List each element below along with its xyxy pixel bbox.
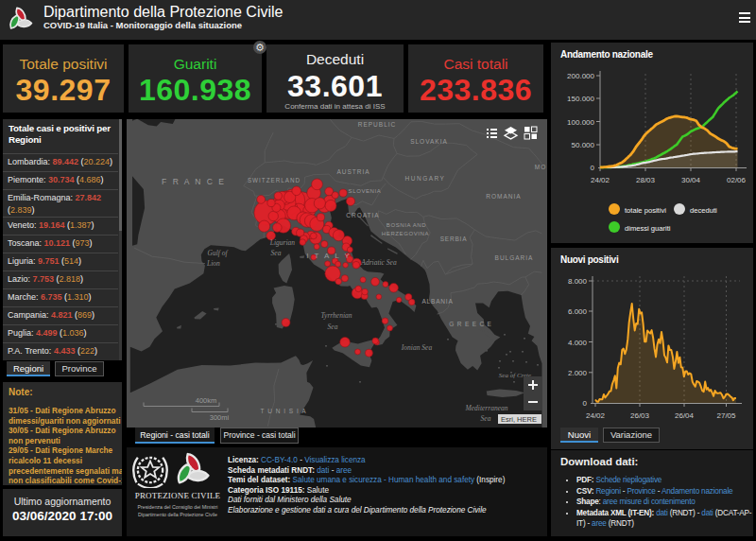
svg-text:Adriatic Sea: Adriatic Sea xyxy=(360,258,397,267)
svg-text:28/03: 28/03 xyxy=(636,176,656,184)
svg-text:Ligurian: Ligurian xyxy=(269,238,296,247)
svg-text:300mi: 300mi xyxy=(210,413,230,422)
svg-text:deceduti: deceduti xyxy=(690,206,717,215)
svg-text:ALBANIA: ALBANIA xyxy=(421,298,453,305)
svg-text:2.000: 2.000 xyxy=(568,369,588,377)
svg-text:26/03: 26/03 xyxy=(630,411,650,420)
svg-text:HERZEGOVINA: HERZEGOVINA xyxy=(382,231,429,236)
svg-text:Mediterranean: Mediterranean xyxy=(465,404,508,412)
svg-text:Sea: Sea xyxy=(328,323,338,331)
svg-text:F R A N C E: F R A N C E xyxy=(162,177,226,186)
svg-text:G R E E C E: G R E E C E xyxy=(449,321,491,327)
svg-text:CROATIA: CROATIA xyxy=(346,212,379,218)
svg-text:T U N I S I A: T U N I S I A xyxy=(260,408,306,414)
svg-text:REPUBLIC: REPUBLIC xyxy=(358,121,397,128)
svg-text:24/02: 24/02 xyxy=(591,176,610,184)
svg-text:SERBIA: SERBIA xyxy=(440,236,468,242)
svg-text:dimessi guariti: dimessi guariti xyxy=(625,224,671,233)
svg-text:150.000: 150.000 xyxy=(567,95,594,103)
svg-text:MO: MO xyxy=(535,164,546,170)
svg-text:200.000: 200.000 xyxy=(567,72,594,80)
svg-text:Ionian Sea: Ionian Sea xyxy=(401,343,433,352)
svg-text:BULGARIA: BULGARIA xyxy=(495,254,534,261)
svg-text:SWITZERLAND: SWITZERLAND xyxy=(248,177,301,183)
svg-text:02/06: 02/06 xyxy=(727,176,747,184)
svg-text:ROMANIA: ROMANIA xyxy=(486,193,521,200)
svg-text:0: 0 xyxy=(591,164,595,172)
svg-text:30/04: 30/04 xyxy=(681,176,701,184)
svg-text:50.000: 50.000 xyxy=(572,141,595,149)
svg-text:BOSNIA AND: BOSNIA AND xyxy=(387,222,426,228)
svg-text:27/05: 27/05 xyxy=(716,411,736,420)
svg-text:Sea: Sea xyxy=(481,414,491,423)
svg-text:8.000: 8.000 xyxy=(568,277,588,286)
svg-text:100.000: 100.000 xyxy=(567,118,594,127)
svg-text:SLOVAKIA: SLOVAKIA xyxy=(410,138,448,145)
svg-text:HUNGARY: HUNGARY xyxy=(405,175,446,182)
svg-text:24/02: 24/02 xyxy=(586,411,606,420)
svg-text:Gulf of: Gulf of xyxy=(207,249,228,257)
svg-text:0: 0 xyxy=(583,399,588,408)
svg-text:Lion: Lion xyxy=(206,259,220,268)
svg-text:26/04: 26/04 xyxy=(675,411,695,420)
svg-text:I T A L Y: I T A L Y xyxy=(306,252,352,260)
svg-text:SLOVENIA: SLOVENIA xyxy=(349,188,382,194)
svg-text:4.000: 4.000 xyxy=(568,339,588,347)
svg-text:Tyrrhenian: Tyrrhenian xyxy=(320,311,352,320)
svg-text:Sea: Sea xyxy=(271,249,282,257)
svg-text:Esri, HERE: Esri, HERE xyxy=(501,415,537,424)
svg-text:AUSTRIA: AUSTRIA xyxy=(336,168,369,175)
svg-text:totale positivi: totale positivi xyxy=(625,206,666,215)
svg-text:6.000: 6.000 xyxy=(568,307,588,316)
svg-text:400km: 400km xyxy=(196,396,217,405)
